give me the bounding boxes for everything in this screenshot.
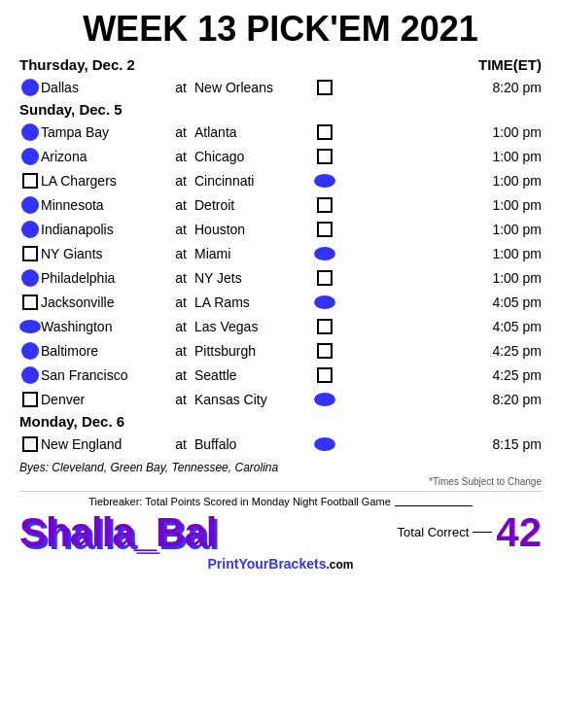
at-label: at [167, 246, 194, 261]
home-pick[interactable] [19, 364, 41, 386]
away-pick[interactable] [311, 222, 338, 237]
game-time: 1:00 pm [338, 197, 542, 213]
home-team: Washington [41, 319, 167, 334]
home-pick[interactable] [19, 170, 41, 191]
monday-header: Monday, Dec. 6 [19, 413, 124, 430]
at-label: at [167, 124, 194, 140]
game-time: 4:05 pm [338, 295, 542, 310]
home-pick[interactable] [19, 267, 41, 289]
game-row: PhiladelphiaatNY Jets1:00 pm [19, 267, 542, 289]
away-pick[interactable] [311, 247, 338, 260]
total-correct-underline [473, 532, 492, 533]
home-team: New England [41, 436, 167, 452]
home-team: NY Giants [41, 246, 167, 261]
at-label: at [167, 270, 194, 286]
footer-com-text: .com [326, 558, 353, 572]
away-team: NY Jets [194, 270, 311, 286]
away-pick[interactable] [311, 437, 338, 451]
home-pick[interactable] [19, 389, 41, 410]
game-row: Tampa BayatAtlanta1:00 pm [19, 121, 542, 143]
home-pick[interactable] [19, 219, 41, 240]
monday-section-header: Monday, Dec. 6 [19, 413, 542, 430]
thursday-games: DallasatNew Orleans8:20 pm [19, 77, 542, 98]
sunday-header: Sunday, Dec. 5 [19, 101, 123, 118]
away-pick[interactable] [311, 270, 338, 286]
home-pick[interactable] [19, 194, 41, 216]
game-row: WashingtonatLas Vegas4:05 pm [19, 316, 542, 337]
home-team: Arizona [41, 149, 167, 164]
home-pick[interactable] [19, 243, 41, 264]
away-team: New Orleans [194, 80, 311, 95]
total-correct-value: 42 [496, 509, 542, 556]
home-pick[interactable] [19, 77, 41, 98]
away-pick[interactable] [311, 343, 338, 359]
game-row: ArizonaatChicago1:00 pm [19, 146, 542, 167]
away-pick[interactable] [311, 124, 338, 140]
game-time: 4:05 pm [338, 319, 542, 334]
away-pick[interactable] [311, 295, 338, 309]
at-label: at [167, 392, 194, 407]
away-pick[interactable] [311, 319, 338, 334]
page-title: WEEK 13 PICK'EM 2021 [19, 10, 542, 49]
home-team: Tampa Bay [41, 124, 167, 140]
game-time: 8:15 pm [338, 436, 542, 452]
total-correct-label: Total Correct [398, 525, 470, 539]
sunday-section-header: Sunday, Dec. 5 [19, 101, 542, 118]
at-label: at [167, 295, 194, 310]
away-pick[interactable] [311, 393, 338, 406]
home-pick[interactable] [19, 316, 41, 337]
at-label: at [167, 222, 194, 237]
away-team: Pittsburgh [194, 343, 311, 359]
game-time: 1:00 pm [338, 246, 542, 261]
away-pick[interactable] [311, 149, 338, 164]
game-time: 1:00 pm [338, 222, 542, 237]
game-row: New EnglandatBuffalo8:15 pm [19, 433, 542, 455]
footer-brand: PrintYourBrackets.com [19, 556, 542, 572]
page-container: WEEK 13 PICK'EM 2021 Thursday, Dec. 2 TI… [0, 0, 561, 581]
home-pick[interactable] [19, 340, 41, 362]
tiebreaker-line: Tiebreaker: Total Points Scored in Monda… [19, 496, 542, 507]
game-time: 4:25 pm [338, 343, 542, 359]
away-pick[interactable] [311, 367, 338, 383]
game-row: MinnesotaatDetroit1:00 pm [19, 194, 542, 216]
game-time: 8:20 pm [338, 80, 542, 95]
game-row: IndianapolisatHouston1:00 pm [19, 219, 542, 240]
game-time: 1:00 pm [338, 149, 542, 164]
away-team: Cincinnati [194, 173, 311, 189]
game-time: 1:00 pm [338, 270, 542, 286]
at-label: at [167, 80, 194, 95]
game-row: DallasatNew Orleans8:20 pm [19, 77, 542, 98]
away-team: Chicago [194, 149, 311, 164]
away-pick[interactable] [311, 174, 338, 188]
sunday-games: Tampa BayatAtlanta1:00 pmArizonaatChicag… [19, 121, 542, 410]
home-team: Dallas [41, 80, 167, 95]
home-team: San Francisco [41, 367, 167, 383]
home-team: Denver [41, 392, 167, 407]
away-team: Buffalo [194, 436, 311, 452]
times-note: *Times Subject to Change [19, 476, 542, 487]
game-row: San FranciscoatSeattle4:25 pm [19, 364, 542, 386]
away-team: Miami [194, 246, 311, 261]
home-pick[interactable] [19, 146, 41, 167]
header-row: Thursday, Dec. 2 TIME(ET) [19, 56, 542, 73]
home-pick[interactable] [19, 121, 41, 143]
tiebreaker-label: Tiebreaker: Total Points Scored in Monda… [88, 496, 391, 507]
away-team: Houston [194, 222, 311, 237]
away-pick[interactable] [311, 80, 338, 95]
game-row: LA ChargersatCincinnati1:00 pm [19, 170, 542, 191]
home-team: Philadelphia [41, 270, 167, 286]
at-label: at [167, 173, 194, 189]
game-time: 4:25 pm [338, 367, 542, 383]
home-pick[interactable] [19, 292, 41, 313]
away-pick[interactable] [311, 197, 338, 213]
game-row: NY GiantsatMiami1:00 pm [19, 243, 542, 264]
home-pick[interactable] [19, 433, 41, 455]
away-team: Las Vegas [194, 319, 311, 334]
away-team: Kansas City [194, 392, 311, 407]
away-team: Detroit [194, 197, 311, 213]
brand-row: Shalla_Bal Total Correct 42 [19, 509, 542, 556]
home-team: Jacksonville [41, 295, 167, 310]
at-label: at [167, 319, 194, 334]
tiebreaker-input[interactable] [395, 497, 473, 506]
home-team: LA Chargers [41, 173, 167, 189]
